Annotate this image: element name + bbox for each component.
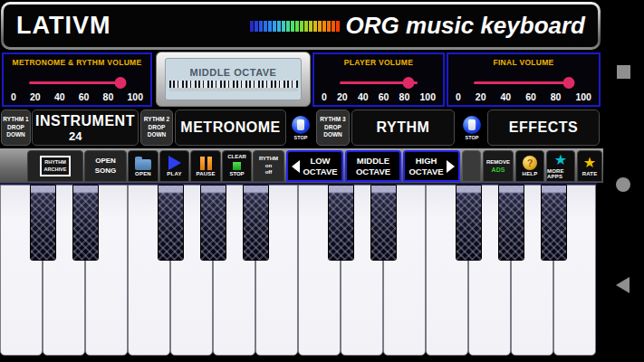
tick: 20 (337, 91, 348, 102)
blank-button[interactable] (462, 150, 481, 182)
tick: 80 (103, 91, 114, 102)
rythm-onoff-line: RYTHM (259, 156, 278, 163)
tick: 100 (575, 91, 591, 102)
metronome-volume-slider[interactable] (29, 76, 125, 89)
middle-octave-button[interactable]: MIDDLE OCTAVE (345, 150, 401, 182)
stop-square-icon (233, 162, 241, 170)
piano-keyboard: n2 (0, 183, 597, 356)
black-key[interactable] (370, 185, 397, 261)
rythm2-dropdown-button[interactable]: RYTHM 2 DROP DOWN (140, 110, 173, 146)
instrument-button[interactable]: INSTRUMENT 24 (32, 110, 139, 146)
rythm-label: RYTHM (377, 119, 430, 136)
dropdown-line: DROP (324, 124, 341, 132)
recents-icon[interactable] (617, 65, 630, 79)
player-volume-scale: 0 20 40 60 80 100 (322, 91, 436, 102)
rhythm-archive-box: RHYTHM ARCHIVE (40, 156, 72, 177)
dropdown-line: DROP (7, 124, 24, 132)
low-octave-button[interactable]: LOW OCTAVE (286, 150, 343, 182)
left-arrow-icon (292, 160, 300, 173)
metronome-button[interactable]: METRONOME (175, 110, 286, 146)
tick: 80 (399, 91, 410, 102)
metronome-stop-button[interactable]: STOP (287, 110, 314, 146)
rythm-button[interactable]: RYTHM (351, 110, 455, 146)
back-icon[interactable] (616, 277, 630, 293)
black-key[interactable] (456, 185, 482, 261)
rate-star-icon: ★ (583, 156, 596, 170)
ads-label: ADS (492, 167, 505, 173)
player-volume-slider[interactable] (340, 76, 418, 89)
more-apps-star-icon: ★ (554, 153, 567, 167)
black-key[interactable] (158, 185, 184, 261)
tick: 20 (476, 91, 486, 102)
instrument-number: 24 (69, 129, 82, 143)
remove-ads-button[interactable]: REMOVE ADS (483, 150, 514, 182)
black-key[interactable] (243, 185, 269, 261)
rythm-stop-button[interactable]: STOP (458, 110, 485, 146)
black-key[interactable] (541, 185, 567, 261)
tick: 0 (11, 91, 16, 102)
rythm3-dropdown-button[interactable]: RYTHM 3 DROP DOWN (316, 110, 350, 146)
instrument-label: INSTRUMENT (35, 113, 135, 129)
rhythm-archive-button[interactable]: RHYTHM ARCHIVE (27, 150, 83, 182)
archive-line: ARCHIVE (44, 167, 67, 174)
clear-label: CLEAR (227, 154, 246, 161)
effects-label: EFFECTS (509, 119, 578, 136)
org-music-keyboard-app: LATIVM ORG music keyboard METRONOME & RY… (0, 0, 644, 362)
title-bar: LATIVM ORG music keyboard (1, 2, 601, 50)
black-key[interactable] (72, 185, 99, 261)
spectrum-stripes-icon (250, 21, 341, 32)
slider-knob[interactable] (114, 77, 126, 89)
final-volume-panel: FINAL VOLUME 0 20 40 60 80 100 (447, 52, 601, 107)
remove-label: REMOVE (486, 159, 510, 167)
rythm-on-off-button[interactable]: RYTHM on off (253, 150, 284, 182)
app-name: LATIVM (16, 12, 111, 40)
tick: 20 (30, 91, 41, 102)
player-volume-panel: PLAYER VOLUME 0 20 40 60 80 100 (312, 52, 445, 107)
dropdown-line: RYTHM 3 (320, 116, 345, 124)
lcd-screen: MIDDLE OCTAVE (165, 58, 302, 100)
rate-button[interactable]: ★ RATE (577, 150, 602, 182)
rythm1-dropdown-button[interactable]: RYTHM 1 DROP DOWN (1, 110, 31, 146)
metronome-volume-scale: 0 20 40 60 80 100 (11, 91, 143, 102)
pause-button[interactable]: PAUSE (190, 150, 221, 182)
tick: 80 (551, 91, 562, 102)
high-octave-label: HIGH OCTAVE (409, 156, 443, 176)
low-octave-label: LOW OCTAVE (303, 156, 337, 176)
open-song-label: OPEN SONG (95, 157, 117, 176)
middle-octave-label: MIDDLE OCTAVE (356, 156, 390, 176)
pause-label: PAUSE (196, 171, 215, 176)
black-key[interactable] (200, 185, 226, 261)
dropdown-line: DOWN (6, 131, 25, 139)
metronome-label: METRONOME (180, 119, 280, 136)
dropdown-line: RYTHM 1 (3, 116, 28, 124)
tick: 60 (79, 91, 90, 102)
more-apps-button[interactable]: ★ MORE APPS (546, 150, 575, 182)
clear-stop-button[interactable]: CLEAR STOP (222, 150, 252, 182)
black-key[interactable] (328, 185, 354, 261)
metronome-volume-label: METRONOME & RYTHM VOLUME (4, 58, 150, 67)
black-key[interactable] (30, 185, 56, 261)
final-volume-slider[interactable] (474, 76, 573, 89)
tick: 100 (419, 91, 436, 102)
tick: 60 (525, 91, 536, 102)
help-button[interactable]: ? HELP (515, 150, 544, 182)
help-icon: ? (523, 156, 537, 170)
slider-knob[interactable] (402, 77, 414, 89)
home-icon[interactable] (616, 177, 630, 192)
android-nav-bar (603, 0, 644, 362)
effects-button[interactable]: EFFECTS (487, 110, 600, 146)
tick: 60 (379, 91, 389, 102)
open-button[interactable]: OPEN (128, 150, 159, 182)
play-button[interactable]: PLAY (159, 150, 189, 182)
right-arrow-icon (447, 160, 455, 173)
slider-track (29, 81, 125, 84)
high-octave-button[interactable]: HIGH OCTAVE (403, 150, 460, 182)
dropdown-line: DROP (149, 124, 166, 132)
slider-knob[interactable] (562, 77, 574, 89)
open-song-button[interactable]: OPEN SONG (84, 150, 127, 182)
tick: 40 (358, 91, 369, 102)
black-key[interactable] (498, 185, 524, 261)
dropdown-line: RYTHM 2 (144, 116, 169, 124)
rate-label: RATE (582, 171, 598, 176)
tick: 0 (322, 91, 327, 102)
